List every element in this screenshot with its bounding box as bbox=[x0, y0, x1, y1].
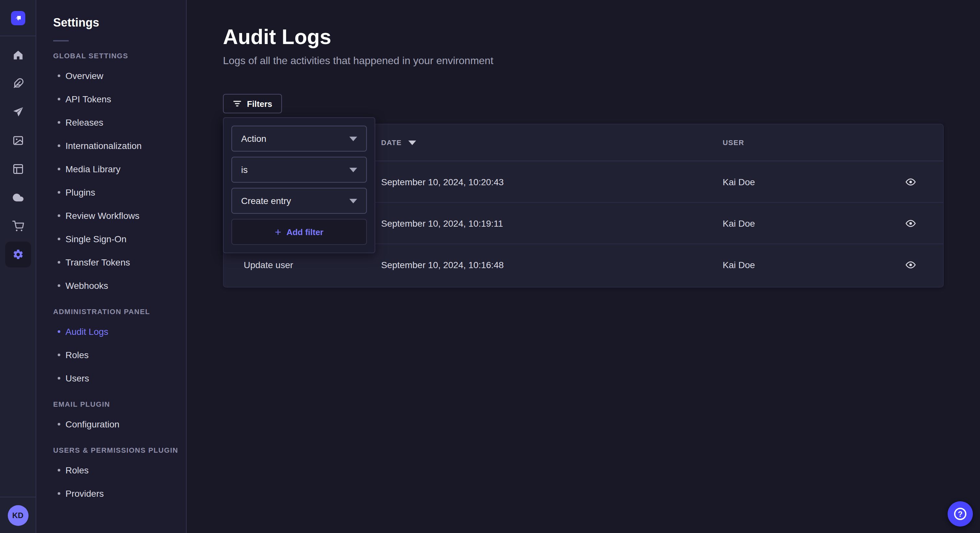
cell-action: Update user bbox=[244, 260, 381, 270]
bullet-icon bbox=[58, 75, 60, 77]
cell-user: Kai Doe bbox=[723, 218, 878, 228]
cell-date: September 10, 2024, 10:16:48 bbox=[381, 260, 723, 270]
feather-icon[interactable] bbox=[5, 71, 31, 97]
column-header-date[interactable]: DATE bbox=[381, 139, 723, 146]
eye-icon bbox=[905, 218, 916, 228]
bullet-icon bbox=[58, 98, 60, 100]
page-title: Audit Logs bbox=[223, 25, 331, 49]
eye-icon bbox=[905, 260, 916, 270]
app-window: KD Settings GLOBAL SETTINGS Overview API… bbox=[0, 0, 980, 533]
bullet-icon bbox=[58, 423, 60, 425]
images-icon[interactable] bbox=[5, 128, 31, 154]
bullet-icon bbox=[58, 330, 60, 333]
eye-icon bbox=[905, 176, 916, 187]
plus-icon: + bbox=[275, 226, 281, 237]
bullet-icon bbox=[58, 469, 60, 471]
sidebar-item-configuration[interactable]: Configuration bbox=[53, 412, 186, 436]
strapi-logo-icon[interactable] bbox=[11, 11, 25, 25]
rail-icon-list bbox=[0, 42, 36, 268]
layout-icon[interactable] bbox=[5, 156, 31, 182]
question-circle-icon: ? bbox=[954, 508, 966, 520]
paper-plane-icon[interactable] bbox=[5, 99, 31, 125]
section-label-global-settings: GLOBAL SETTINGS bbox=[53, 51, 186, 61]
bullet-icon bbox=[58, 377, 60, 379]
chevron-down-icon bbox=[349, 198, 357, 203]
sidebar-item-providers[interactable]: Providers bbox=[53, 482, 186, 505]
workspace-logo-cell bbox=[0, 0, 36, 36]
sidebar-item-review-workflows[interactable]: Review Workflows bbox=[53, 204, 186, 227]
add-filter-button[interactable]: + Add filter bbox=[231, 219, 367, 245]
filter-popover: Action is Create entry + Add filter bbox=[223, 117, 375, 253]
view-details-button[interactable] bbox=[902, 173, 920, 191]
cell-user: Kai Doe bbox=[723, 260, 878, 270]
subnav-divider bbox=[53, 40, 69, 41]
cell-date: September 10, 2024, 10:20:43 bbox=[381, 176, 723, 187]
sidebar-item-plugins[interactable]: Plugins bbox=[53, 181, 186, 204]
gear-icon[interactable] bbox=[5, 241, 31, 268]
help-button[interactable]: ? bbox=[948, 501, 973, 527]
filter-icon bbox=[233, 99, 242, 108]
section-label-users-permissions-plugin: USERS & PERMISSIONS PLUGIN bbox=[53, 445, 186, 455]
section-label-email-plugin: EMAIL PLUGIN bbox=[53, 399, 186, 409]
sort-desc-icon[interactable] bbox=[408, 140, 416, 145]
subnav-title: Settings bbox=[53, 16, 186, 30]
bullet-icon bbox=[58, 238, 60, 240]
sidebar-item-roles[interactable]: Roles bbox=[53, 343, 186, 366]
bullet-icon bbox=[58, 284, 60, 287]
chevron-down-icon bbox=[349, 167, 357, 172]
page-subtitle: Logs of all the activities that happened… bbox=[223, 55, 493, 67]
bullet-icon bbox=[58, 261, 60, 263]
cell-date: September 10, 2024, 10:19:11 bbox=[381, 218, 723, 228]
filter-operator-select[interactable]: is bbox=[231, 157, 367, 182]
chevron-down-icon bbox=[349, 136, 357, 141]
bullet-icon bbox=[58, 354, 60, 356]
bullet-icon bbox=[58, 168, 60, 170]
sidebar-item-overview[interactable]: Overview bbox=[53, 64, 186, 87]
main-nav-rail: KD bbox=[0, 0, 36, 533]
home-icon[interactable] bbox=[5, 42, 31, 68]
sidebar-item-internationalization[interactable]: Internationalization bbox=[53, 134, 186, 157]
user-avatar[interactable]: KD bbox=[8, 505, 28, 525]
cloud-icon[interactable] bbox=[5, 185, 31, 211]
bullet-icon bbox=[58, 214, 60, 217]
bullet-icon bbox=[58, 121, 60, 124]
view-details-button[interactable] bbox=[902, 214, 920, 232]
sidebar-item-releases[interactable]: Releases bbox=[53, 111, 186, 134]
settings-subnav: Settings GLOBAL SETTINGS Overview API To… bbox=[36, 0, 187, 533]
sidebar-item-audit-logs[interactable]: Audit Logs bbox=[53, 320, 186, 343]
view-details-button[interactable] bbox=[902, 256, 920, 274]
sidebar-item-media-library[interactable]: Media Library bbox=[53, 157, 186, 181]
sidebar-item-up-roles[interactable]: Roles bbox=[53, 458, 186, 482]
rail-bottom: KD bbox=[0, 497, 36, 533]
filters-button[interactable]: Filters bbox=[223, 94, 282, 113]
sidebar-item-users[interactable]: Users bbox=[53, 366, 186, 390]
bullet-icon bbox=[58, 144, 60, 147]
sidebar-item-webhooks[interactable]: Webhooks bbox=[53, 274, 186, 297]
sidebar-item-api-tokens[interactable]: API Tokens bbox=[53, 87, 186, 111]
bullet-icon bbox=[58, 492, 60, 495]
filter-field-select[interactable]: Action bbox=[231, 125, 367, 152]
section-label-administration-panel: ADMINISTRATION PANEL bbox=[53, 306, 186, 317]
cell-user: Kai Doe bbox=[723, 176, 878, 187]
shopping-cart-icon[interactable] bbox=[5, 213, 31, 239]
sidebar-item-transfer-tokens[interactable]: Transfer Tokens bbox=[53, 251, 186, 274]
bullet-icon bbox=[58, 191, 60, 194]
column-header-user: USER bbox=[723, 139, 878, 146]
sidebar-item-single-sign-on[interactable]: Single Sign-On bbox=[53, 227, 186, 251]
main-content: Audit Logs Logs of all the activities th… bbox=[187, 0, 980, 533]
filter-value-select[interactable]: Create entry bbox=[231, 188, 367, 214]
